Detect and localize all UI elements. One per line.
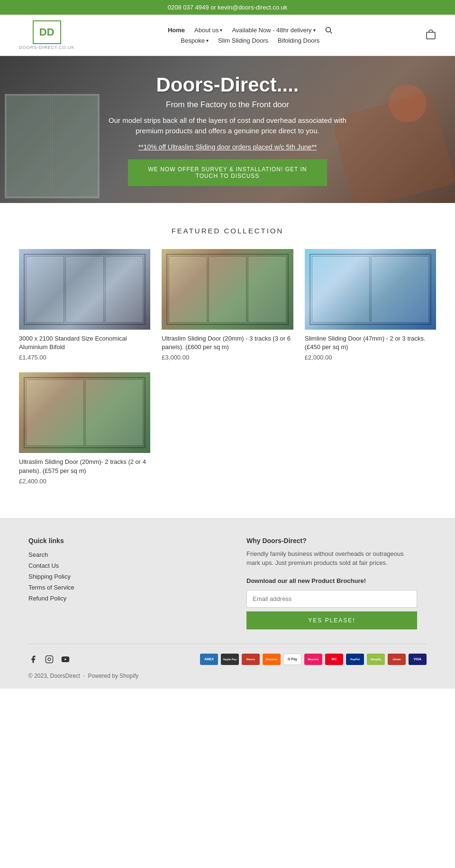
door-panel (26, 256, 64, 323)
hero-description: Our model strips back all of the layers … (95, 115, 360, 137)
door-panel (65, 256, 103, 323)
product-image (19, 372, 150, 453)
door-panel (169, 256, 207, 323)
door-panel (85, 379, 143, 446)
top-banner: 0208 037 4949 or kevin@doors-direct.co.u… (0, 0, 455, 15)
nav-bespoke[interactable]: Bespoke ▾ (181, 37, 209, 44)
payment-apple-pay: Apple Pay (221, 654, 239, 665)
products-grid: 3000 x 2100 Standard Size Economical Alu… (19, 249, 436, 485)
payment-unionpay: Union (388, 654, 406, 665)
footer: Quick links Search Contact Us Shipping P… (0, 518, 455, 689)
footer-about-text: Friendly family business without overhea… (246, 549, 417, 568)
nav-row-1: Home About us ▾ Available Now - 48hr del… (168, 27, 333, 34)
nav-about[interactable]: About us ▾ (194, 27, 222, 34)
payment-discover: Discover (263, 654, 281, 665)
hero-subtitle: From the Factory to the Front door (95, 100, 360, 110)
payment-amex: AMEX (200, 654, 218, 665)
nav-home[interactable]: Home (168, 27, 185, 34)
door-panel (26, 379, 84, 446)
banner-text: 0208 037 4949 or kevin@doors-direct.co.u… (168, 4, 287, 11)
payment-diners: Diners (242, 654, 260, 665)
footer-link-search[interactable]: Search (28, 551, 218, 558)
facebook-icon[interactable] (28, 655, 38, 664)
product-card[interactable]: Ultraslim Sliding Door (20mm) - 3 tracks… (162, 249, 293, 361)
header-icons (426, 29, 436, 41)
product-image (305, 249, 436, 330)
logo-box: DD (33, 20, 61, 44)
payment-shopify: Shopify (367, 654, 385, 665)
door-panel (371, 256, 429, 323)
footer-link-shipping[interactable]: Shipping Policy (28, 573, 218, 580)
product-name: Ultraslim Sliding Door (20mm)- 2 tracks … (19, 458, 150, 475)
cart-icon[interactable] (426, 29, 436, 41)
powered-by-shopify[interactable]: Powered by Shopify (88, 673, 139, 679)
nav-slim-sliding[interactable]: Slim Sliding Doors (218, 37, 268, 44)
door-panel (209, 256, 246, 323)
social-icons (28, 655, 70, 664)
instagram-icon[interactable] (45, 655, 54, 664)
door-frame (24, 377, 146, 448)
nav-bifolding[interactable]: Bifolding Doors (278, 37, 319, 44)
copyright-text: © 2023, DoorsDirect · Powered by Shopify (28, 673, 138, 679)
door-panel (105, 256, 143, 323)
door-frame (166, 254, 288, 325)
product-image (162, 249, 293, 330)
hero-title: Doors-Direct.... (95, 74, 360, 96)
main-nav: Home About us ▾ Available Now - 48hr del… (168, 27, 333, 44)
payment-gpay: G Pay (283, 654, 301, 665)
payment-paypal: PayPal (346, 654, 364, 665)
footer-top: Quick links Search Contact Us Shipping P… (28, 537, 427, 629)
footer-about: Why Doors-Direct? Friendly family busine… (237, 537, 427, 629)
product-name: Slimline Sliding Door (47mm) - 2 or 3 tr… (305, 334, 436, 351)
chevron-down-icon: ▾ (313, 28, 316, 33)
payment-visa: VISA (409, 654, 427, 665)
logo-tagline: DOORS-DIRECT.CO.UK (19, 45, 75, 50)
footer-quick-links: Quick links Search Contact Us Shipping P… (28, 537, 218, 629)
hero-promo-text: **10% off Ultraslim Sliding door orders … (95, 143, 360, 151)
featured-section: FEATURED COLLECTION 3000 x 2100 Standard… (0, 203, 455, 499)
svg-line-1 (330, 31, 332, 33)
newsletter-email-input[interactable] (246, 590, 417, 608)
payment-icons: AMEX Apple Pay Diners Discover G Pay Mae… (200, 654, 427, 665)
footer-link-refund[interactable]: Refund Policy (28, 595, 218, 602)
search-icon[interactable] (325, 27, 333, 34)
product-price: £3,000.00 (162, 354, 293, 361)
footer-link-tos[interactable]: Terms of Service (28, 584, 218, 591)
newsletter-submit-button[interactable]: YES PLEASE! (246, 611, 417, 629)
footer-copyright-row: © 2023, DoorsDirect · Powered by Shopify (28, 672, 427, 679)
hero-section: Doors-Direct.... From the Factory to the… (0, 56, 455, 203)
nav-row-2: Bespoke ▾ Slim Sliding Doors Bifolding D… (181, 37, 319, 44)
payment-mastercard: MC (325, 654, 343, 665)
nav-available[interactable]: Available Now - 48hr delivery ▾ (232, 27, 315, 34)
payment-maestro: Maestro (304, 654, 322, 665)
chevron-down-icon: ▾ (220, 28, 222, 33)
logo-text: DD (39, 26, 55, 38)
product-price: £2,000.00 (305, 354, 436, 361)
header: DD DOORS-DIRECT.CO.UK Home About us ▾ Av… (0, 15, 455, 56)
product-name: Ultraslim Sliding Door (20mm) - 3 tracks… (162, 334, 293, 351)
product-image (19, 249, 150, 330)
door-frame (24, 254, 146, 325)
quick-links-title: Quick links (28, 537, 218, 545)
product-price: £1,475.00 (19, 354, 150, 361)
chevron-down-icon: ▾ (206, 38, 209, 43)
newsletter-title: Download our all new Product Brochure! (246, 577, 417, 584)
logo[interactable]: DD DOORS-DIRECT.CO.UK (19, 20, 75, 50)
svg-rect-2 (427, 32, 435, 39)
door-frame (309, 254, 431, 325)
footer-bottom: AMEX Apple Pay Diners Discover G Pay Mae… (28, 644, 427, 665)
featured-title: FEATURED COLLECTION (19, 227, 436, 235)
product-card[interactable]: 3000 x 2100 Standard Size Economical Alu… (19, 249, 150, 361)
svg-rect-3 (46, 656, 53, 663)
product-card[interactable]: Slimline Sliding Door (47mm) - 2 or 3 tr… (305, 249, 436, 361)
product-name: 3000 x 2100 Standard Size Economical Alu… (19, 334, 150, 351)
youtube-icon[interactable] (61, 655, 70, 664)
hero-cta-button[interactable]: WE NOW OFFER SURVEY & INSTALLATION! GET … (128, 159, 327, 186)
footer-about-title: Why Doors-Direct? (246, 537, 417, 545)
product-card[interactable]: Ultraslim Sliding Door (20mm)- 2 tracks … (19, 372, 150, 484)
footer-link-contact[interactable]: Contact Us (28, 562, 218, 569)
door-panel (312, 256, 370, 323)
product-price: £2,400.00 (19, 478, 150, 485)
door-panel (248, 256, 286, 323)
hero-content: Doors-Direct.... From the Factory to the… (66, 64, 389, 195)
